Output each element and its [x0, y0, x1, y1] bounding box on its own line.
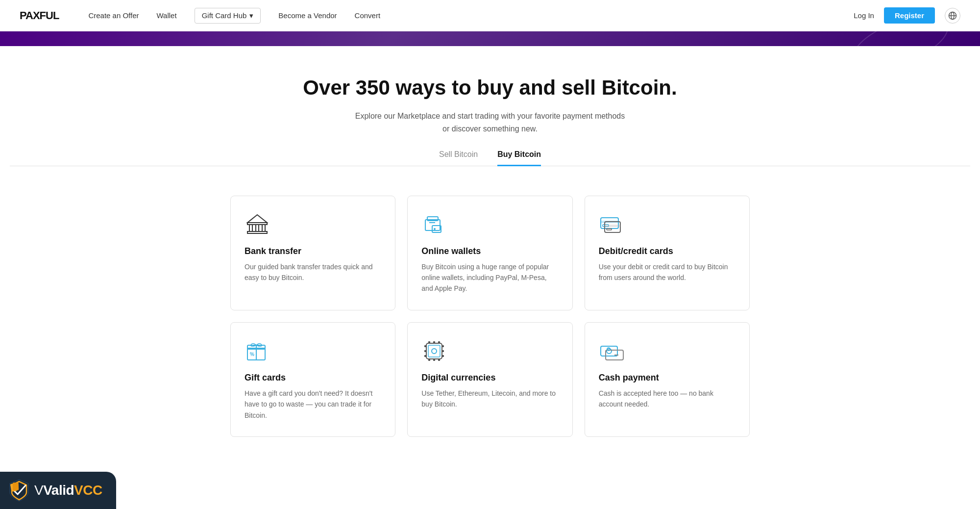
svg-point-11: [434, 228, 436, 230]
nav-create-offer[interactable]: Create an Offer: [88, 11, 139, 20]
svg-rect-19: [607, 229, 612, 230]
card-bank-transfer-desc: Our guided bank transfer trades quick an…: [245, 261, 381, 283]
card-debit-credit-desc: Use your debit or credit card to buy Bit…: [599, 261, 735, 283]
tab-sell-bitcoin[interactable]: Sell Bitcoin: [439, 150, 478, 166]
card-bank-transfer[interactable]: Bank transfer Our guided bank transfer t…: [230, 196, 395, 310]
svg-rect-30: [442, 350, 444, 352]
language-selector[interactable]: [945, 8, 960, 24]
card-cash-payment-title: Cash payment: [599, 373, 735, 383]
globe-icon: [948, 11, 957, 20]
svg-point-38: [432, 349, 437, 354]
buy-sell-tabs: Sell Bitcoin Buy Bitcoin: [10, 150, 970, 166]
svg-rect-5: [249, 225, 252, 231]
svg-rect-37: [438, 359, 440, 361]
card-cash-payment-desc: Cash is accepted here too — no bank acco…: [599, 388, 735, 410]
svg-rect-7: [262, 225, 265, 231]
card-gift-cards-desc: Have a gift card you don't need? It does…: [245, 388, 381, 421]
register-button[interactable]: Register: [884, 7, 935, 24]
nav-become-vendor[interactable]: Become a Vendor: [278, 11, 337, 20]
card-debit-credit[interactable]: Debit/credit cards Use your debit or cre…: [585, 196, 750, 310]
tab-buy-bitcoin[interactable]: Buy Bitcoin: [497, 150, 541, 166]
promo-banner: [0, 31, 980, 46]
nav-links: Create an Offer Wallet Gift Card Hub ▾ B…: [88, 8, 854, 24]
svg-rect-31: [442, 355, 444, 357]
svg-rect-25: [428, 345, 440, 357]
nav-right: Log In Register: [854, 7, 960, 24]
card-cash-payment[interactable]: Cash payment Cash is accepted here too —…: [585, 322, 750, 437]
svg-text:%: %: [250, 352, 254, 357]
svg-marker-4: [247, 215, 267, 223]
svg-rect-29: [442, 345, 444, 347]
logo[interactable]: PAXFUL: [20, 9, 59, 22]
svg-rect-36: [433, 359, 435, 361]
cards-grid: Bank transfer Our guided bank transfer t…: [230, 196, 750, 437]
svg-rect-28: [424, 355, 426, 357]
credit-card-icon: [599, 212, 735, 237]
payment-methods-container: Bank transfer Our guided bank transfer t…: [220, 196, 760, 457]
svg-rect-8: [247, 231, 267, 233]
card-bank-transfer-title: Bank transfer: [245, 246, 381, 256]
nav-convert[interactable]: Convert: [355, 11, 381, 20]
bank-icon: [245, 212, 381, 237]
login-button[interactable]: Log In: [854, 11, 874, 20]
card-digital-currencies-desc: Use Tether, Ethereum, Litecoin, and more…: [421, 388, 558, 410]
gift-card-hub-label: Gift Card Hub: [202, 11, 247, 20]
svg-rect-27: [424, 350, 426, 352]
hero-title: Over 350 ways to buy and sell Bitcoin.: [10, 76, 970, 100]
svg-rect-34: [438, 341, 440, 343]
svg-rect-18: [605, 225, 620, 227]
card-debit-credit-title: Debit/credit cards: [599, 246, 735, 256]
svg-rect-26: [424, 345, 426, 347]
nav-gift-card-hub[interactable]: Gift Card Hub ▾: [195, 8, 261, 24]
wallet-icon: [421, 212, 558, 237]
crypto-icon: [421, 338, 558, 364]
nav-wallet[interactable]: Wallet: [157, 11, 177, 20]
svg-rect-32: [428, 341, 430, 343]
card-gift-cards[interactable]: % Gift cards Have a gift card you don't …: [230, 322, 395, 437]
card-online-wallets[interactable]: Online wallets Buy Bitcoin using a huge …: [407, 196, 572, 310]
card-gift-cards-title: Gift cards: [245, 373, 381, 383]
cash-icon: [599, 338, 735, 364]
card-online-wallets-title: Online wallets: [421, 246, 558, 256]
svg-rect-35: [428, 359, 430, 361]
card-digital-currencies-title: Digital currencies: [421, 373, 558, 383]
hero-subtitle: Explore our Marketplace and start tradin…: [353, 110, 627, 135]
card-digital-currencies[interactable]: Digital currencies Use Tether, Ethereum,…: [407, 322, 572, 437]
chevron-down-icon: ▾: [249, 11, 253, 20]
svg-rect-33: [433, 341, 435, 343]
card-online-wallets-desc: Buy Bitcoin using a huge range of popula…: [421, 261, 558, 294]
svg-rect-6: [256, 225, 259, 231]
hero-section: Over 350 ways to buy and sell Bitcoin. E…: [0, 46, 980, 196]
navbar: PAXFUL Create an Offer Wallet Gift Card …: [0, 0, 980, 31]
gift-card-icon: %: [245, 338, 381, 364]
